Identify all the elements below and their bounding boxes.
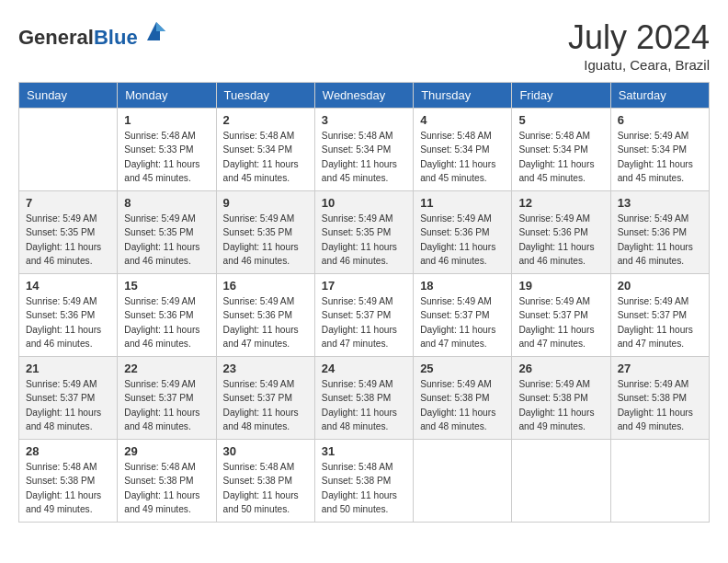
day-info: Sunrise: 5:49 AMSunset: 5:35 PMDaylight:… [124, 212, 209, 268]
calendar-cell [19, 109, 118, 191]
day-number: 12 [518, 196, 603, 210]
day-info: Sunrise: 5:49 AMSunset: 5:36 PMDaylight:… [518, 212, 603, 268]
calendar-cell: 2Sunrise: 5:48 AMSunset: 5:34 PMDaylight… [216, 109, 314, 191]
calendar-cell: 9Sunrise: 5:49 AMSunset: 5:35 PMDaylight… [216, 191, 314, 274]
svg-marker-1 [156, 22, 165, 31]
day-number: 27 [618, 362, 702, 375]
calendar-cell [414, 440, 512, 523]
day-number: 25 [420, 362, 505, 375]
calendar-cell: 19Sunrise: 5:49 AMSunset: 5:37 PMDayligh… [512, 274, 610, 357]
calendar-cell: 18Sunrise: 5:49 AMSunset: 5:37 PMDayligh… [414, 274, 512, 357]
calendar-cell: 26Sunrise: 5:49 AMSunset: 5:38 PMDayligh… [512, 357, 610, 440]
calendar-week-row: 7Sunrise: 5:49 AMSunset: 5:35 PMDaylight… [19, 191, 710, 274]
day-number: 14 [26, 279, 110, 293]
column-header-monday: Monday [118, 83, 216, 109]
page-header: GeneralBlue July 2024 Iguatu, Ceara, Bra… [18, 18, 710, 73]
calendar-cell: 1Sunrise: 5:48 AMSunset: 5:33 PMDaylight… [118, 109, 216, 191]
calendar-cell [610, 440, 709, 523]
day-number: 29 [124, 444, 209, 458]
day-number: 28 [26, 444, 110, 458]
day-number: 31 [322, 444, 406, 458]
day-info: Sunrise: 5:49 AMSunset: 5:37 PMDaylight:… [420, 294, 505, 350]
day-info: Sunrise: 5:49 AMSunset: 5:37 PMDaylight:… [618, 294, 702, 350]
day-number: 24 [322, 362, 406, 375]
day-number: 23 [223, 362, 308, 375]
day-info: Sunrise: 5:49 AMSunset: 5:36 PMDaylight:… [26, 294, 110, 350]
day-info: Sunrise: 5:48 AMSunset: 5:34 PMDaylight:… [420, 129, 505, 185]
day-number: 4 [420, 113, 505, 127]
calendar-cell: 8Sunrise: 5:49 AMSunset: 5:35 PMDaylight… [118, 191, 216, 274]
column-header-saturday: Saturday [610, 83, 709, 109]
calendar-cell: 30Sunrise: 5:48 AMSunset: 5:38 PMDayligh… [216, 440, 314, 523]
calendar-week-row: 1Sunrise: 5:48 AMSunset: 5:33 PMDaylight… [19, 109, 710, 191]
day-info: Sunrise: 5:49 AMSunset: 5:38 PMDaylight:… [322, 377, 406, 433]
day-number: 2 [223, 113, 308, 127]
day-info: Sunrise: 5:49 AMSunset: 5:36 PMDaylight:… [618, 212, 702, 268]
calendar-cell: 7Sunrise: 5:49 AMSunset: 5:35 PMDaylight… [19, 191, 118, 274]
day-number: 5 [518, 113, 603, 127]
day-info: Sunrise: 5:49 AMSunset: 5:35 PMDaylight:… [223, 212, 308, 268]
calendar-cell: 22Sunrise: 5:49 AMSunset: 5:37 PMDayligh… [118, 357, 216, 440]
calendar-cell: 25Sunrise: 5:49 AMSunset: 5:38 PMDayligh… [414, 357, 512, 440]
calendar-cell: 27Sunrise: 5:49 AMSunset: 5:38 PMDayligh… [610, 357, 709, 440]
day-number: 26 [518, 362, 603, 375]
day-number: 6 [618, 113, 702, 127]
day-info: Sunrise: 5:49 AMSunset: 5:37 PMDaylight:… [518, 294, 603, 350]
day-number: 19 [518, 279, 603, 293]
day-info: Sunrise: 5:48 AMSunset: 5:34 PMDaylight:… [322, 129, 406, 185]
column-header-thursday: Thursday [414, 83, 512, 109]
calendar-week-row: 28Sunrise: 5:48 AMSunset: 5:38 PMDayligh… [19, 440, 710, 523]
calendar-cell: 24Sunrise: 5:49 AMSunset: 5:38 PMDayligh… [314, 357, 413, 440]
column-header-sunday: Sunday [19, 83, 118, 109]
logo-icon [143, 18, 169, 44]
day-info: Sunrise: 5:49 AMSunset: 5:38 PMDaylight:… [518, 377, 603, 433]
day-info: Sunrise: 5:48 AMSunset: 5:38 PMDaylight:… [322, 460, 406, 516]
calendar-cell: 17Sunrise: 5:49 AMSunset: 5:37 PMDayligh… [314, 274, 413, 357]
day-info: Sunrise: 5:48 AMSunset: 5:38 PMDaylight:… [124, 460, 209, 516]
day-number: 7 [26, 196, 110, 210]
day-number: 21 [26, 362, 110, 375]
day-info: Sunrise: 5:49 AMSunset: 5:38 PMDaylight:… [420, 377, 505, 433]
day-number: 20 [618, 279, 702, 293]
calendar-cell: 6Sunrise: 5:49 AMSunset: 5:34 PMDaylight… [610, 109, 709, 191]
column-header-tuesday: Tuesday [216, 83, 314, 109]
day-info: Sunrise: 5:49 AMSunset: 5:36 PMDaylight:… [420, 212, 505, 268]
day-number: 9 [223, 196, 308, 210]
calendar-cell: 13Sunrise: 5:49 AMSunset: 5:36 PMDayligh… [610, 191, 709, 274]
day-info: Sunrise: 5:49 AMSunset: 5:34 PMDaylight:… [618, 129, 702, 185]
day-number: 18 [420, 279, 505, 293]
logo-blue: Blue [94, 26, 138, 49]
day-info: Sunrise: 5:49 AMSunset: 5:37 PMDaylight:… [26, 377, 110, 433]
location-label: Iguatu, Ceara, Brazil [568, 57, 710, 73]
calendar-cell: 16Sunrise: 5:49 AMSunset: 5:36 PMDayligh… [216, 274, 314, 357]
day-number: 16 [223, 279, 308, 293]
column-header-wednesday: Wednesday [314, 83, 413, 109]
logo: GeneralBlue [18, 18, 169, 50]
calendar-cell: 3Sunrise: 5:48 AMSunset: 5:34 PMDaylight… [314, 109, 413, 191]
calendar-week-row: 21Sunrise: 5:49 AMSunset: 5:37 PMDayligh… [19, 357, 710, 440]
logo-general: General [18, 26, 94, 49]
month-year-title: July 2024 [568, 18, 710, 57]
day-info: Sunrise: 5:48 AMSunset: 5:34 PMDaylight:… [223, 129, 308, 185]
title-block: July 2024 Iguatu, Ceara, Brazil [568, 18, 710, 73]
day-info: Sunrise: 5:49 AMSunset: 5:35 PMDaylight:… [322, 212, 406, 268]
calendar-header-row: SundayMondayTuesdayWednesdayThursdayFrid… [19, 83, 710, 109]
day-info: Sunrise: 5:49 AMSunset: 5:37 PMDaylight:… [124, 377, 209, 433]
calendar-cell: 31Sunrise: 5:48 AMSunset: 5:38 PMDayligh… [314, 440, 413, 523]
calendar-cell: 4Sunrise: 5:48 AMSunset: 5:34 PMDaylight… [414, 109, 512, 191]
column-header-friday: Friday [512, 83, 610, 109]
day-info: Sunrise: 5:49 AMSunset: 5:36 PMDaylight:… [124, 294, 209, 350]
day-info: Sunrise: 5:49 AMSunset: 5:38 PMDaylight:… [618, 377, 702, 433]
calendar-cell: 21Sunrise: 5:49 AMSunset: 5:37 PMDayligh… [19, 357, 118, 440]
day-number: 11 [420, 196, 505, 210]
calendar-cell: 28Sunrise: 5:48 AMSunset: 5:38 PMDayligh… [19, 440, 118, 523]
day-info: Sunrise: 5:48 AMSunset: 5:33 PMDaylight:… [124, 129, 209, 185]
day-number: 1 [124, 113, 209, 127]
day-number: 15 [124, 279, 209, 293]
day-number: 8 [124, 196, 209, 210]
calendar-cell: 23Sunrise: 5:49 AMSunset: 5:37 PMDayligh… [216, 357, 314, 440]
day-number: 17 [322, 279, 406, 293]
calendar-cell: 5Sunrise: 5:48 AMSunset: 5:34 PMDaylight… [512, 109, 610, 191]
day-number: 13 [618, 196, 702, 210]
day-info: Sunrise: 5:49 AMSunset: 5:37 PMDaylight:… [223, 377, 308, 433]
